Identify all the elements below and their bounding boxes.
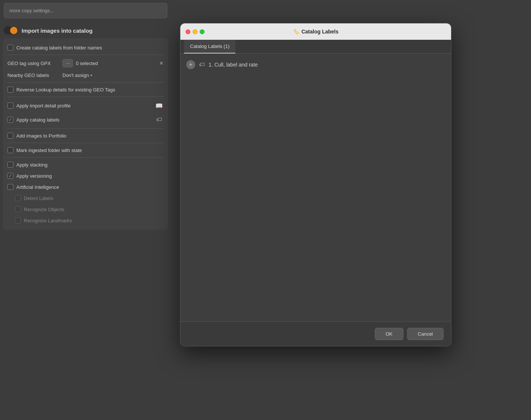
add-catalog-label-button[interactable]: + xyxy=(186,60,195,69)
apply-catalog-labels-label: Apply catalog labels xyxy=(16,117,152,123)
nearby-geo-value: Don't assign xyxy=(62,72,89,78)
apply-stacking-row: Apply stacking xyxy=(7,159,164,170)
ai-checkbox[interactable] xyxy=(7,184,13,190)
import-toggle[interactable] xyxy=(4,26,18,35)
nearby-geo-row: Nearby GEO labels Don't assign ▾ xyxy=(7,70,164,81)
versioning-checkmark-icon: ✓ xyxy=(9,174,12,178)
nearby-geo-arrow: ▾ xyxy=(90,73,92,77)
reverse-lookup-checkbox[interactable] xyxy=(7,87,13,93)
nearby-geo-label: Nearby GEO labels xyxy=(7,72,59,78)
apply-catalog-labels-row: ✓ Apply catalog labels 🏷 xyxy=(7,113,164,127)
create-catalog-labels-row: Create catalog labels from folder names xyxy=(7,42,164,53)
modal-titlebar: 🏷️ Catalog Labels xyxy=(180,23,451,40)
apply-import-detail-label: Apply import detail profile xyxy=(16,103,152,109)
recognize-landmarks-row: Recognize Landmarks xyxy=(7,215,164,226)
apply-import-detail-row: Apply import detail profile 📖 xyxy=(7,98,164,113)
tab-catalog-labels-label: Catalog Labels (1) xyxy=(190,43,229,49)
traffic-lights xyxy=(186,29,205,34)
apply-versioning-row: ✓ Apply versioning xyxy=(7,170,164,181)
modal-content: + 🏷 1. Cull, label and rate xyxy=(180,54,451,322)
create-catalog-labels-label: Create catalog labels from folder names xyxy=(16,45,164,51)
geo-tag-row: GEO tag using GPX ··· 0 selected ✕ xyxy=(7,56,164,70)
detect-labels-checkbox[interactable] xyxy=(15,195,21,201)
toggle-knob xyxy=(10,27,17,34)
catalog-labels-modal: 🏷️ Catalog Labels Catalog Labels (1) + 🏷… xyxy=(180,23,451,346)
recognize-landmarks-checkbox[interactable] xyxy=(15,217,21,223)
tag-icon: 🏷 xyxy=(199,61,205,68)
modal-title: 🏷️ Catalog Labels xyxy=(293,29,339,35)
add-portfolio-checkbox[interactable] xyxy=(7,133,13,139)
nearby-geo-dropdown[interactable]: Don't assign ▾ xyxy=(62,72,92,78)
modal-tabs: Catalog Labels (1) xyxy=(180,40,451,54)
divider-5 xyxy=(7,143,164,143)
checkmark-icon: ✓ xyxy=(9,117,12,122)
add-portfolio-label: Add images to Portfolio xyxy=(16,133,164,139)
divider-4 xyxy=(7,128,164,129)
modal-title-emoji: 🏷️ xyxy=(293,29,299,35)
settings-box: Create catalog labels from folder names … xyxy=(3,38,168,230)
geo-tag-label: GEO tag using GPX xyxy=(7,61,59,66)
modal-title-text: Catalog Labels xyxy=(302,29,339,35)
catalog-list: + 🏷 1. Cull, label and rate xyxy=(180,54,451,76)
import-toggle-row: Import images into catalog xyxy=(0,23,171,38)
divider-2 xyxy=(7,82,164,83)
catalog-label-name: 1. Cull, label and rate xyxy=(209,62,258,68)
close-button[interactable] xyxy=(186,29,190,34)
geo-picker-button[interactable]: ··· xyxy=(62,59,73,67)
apply-catalog-labels-icon[interactable]: 🏷 xyxy=(155,115,164,124)
tab-catalog-labels[interactable]: Catalog Labels (1) xyxy=(184,40,235,54)
geo-selected-text: 0 selected xyxy=(76,61,156,66)
geo-clear-button[interactable]: ✕ xyxy=(159,60,164,66)
divider-1 xyxy=(7,55,164,55)
catalog-item-row: + 🏷 1. Cull, label and rate xyxy=(184,57,447,72)
add-portfolio-row: Add images to Portfolio xyxy=(7,130,164,141)
ai-label: Artificial Intelligence xyxy=(16,184,164,190)
recognize-objects-row: Recognize Objects xyxy=(7,204,164,215)
maximize-button[interactable] xyxy=(200,29,205,34)
mark-ingested-checkbox[interactable] xyxy=(7,147,13,153)
minimize-button[interactable] xyxy=(193,29,197,34)
apply-stacking-label: Apply stacking xyxy=(16,162,164,168)
more-copy-settings[interactable]: more copy settings... xyxy=(4,3,167,18)
detect-labels-row: Detect Labels xyxy=(7,193,164,204)
ok-button[interactable]: OK xyxy=(375,328,403,340)
reverse-lookup-label: Reverse Lookup details for existing GEO … xyxy=(16,87,164,93)
modal-footer: OK Cancel xyxy=(180,322,451,346)
mark-ingested-label: Mark ingested folder with state xyxy=(16,148,164,153)
apply-import-detail-checkbox[interactable] xyxy=(7,103,13,109)
ai-row: Artificial Intelligence xyxy=(7,181,164,193)
import-title: Import images into catalog xyxy=(22,28,93,34)
recognize-objects-label: Recognize Objects xyxy=(24,207,164,212)
apply-versioning-label: Apply versioning xyxy=(16,173,164,179)
cancel-button[interactable]: Cancel xyxy=(407,328,444,340)
create-catalog-labels-checkbox[interactable] xyxy=(7,45,13,51)
recognize-landmarks-label: Recognize Landmarks xyxy=(24,218,164,223)
more-copy-settings-label: more copy settings... xyxy=(9,8,54,13)
detect-labels-label: Detect Labels xyxy=(24,196,164,201)
left-panel: more copy settings... Import images into… xyxy=(0,0,171,420)
divider-3 xyxy=(7,97,164,97)
mark-ingested-row: Mark ingested folder with state xyxy=(7,145,164,156)
add-icon: + xyxy=(189,61,192,68)
apply-import-detail-icon[interactable]: 📖 xyxy=(155,101,164,110)
apply-stacking-checkbox[interactable] xyxy=(7,162,13,168)
apply-versioning-checkbox[interactable]: ✓ xyxy=(7,173,13,179)
divider-6 xyxy=(7,157,164,158)
apply-catalog-labels-checkbox[interactable]: ✓ xyxy=(7,117,13,123)
reverse-lookup-row: Reverse Lookup details for existing GEO … xyxy=(7,84,164,95)
recognize-objects-checkbox[interactable] xyxy=(15,206,21,212)
